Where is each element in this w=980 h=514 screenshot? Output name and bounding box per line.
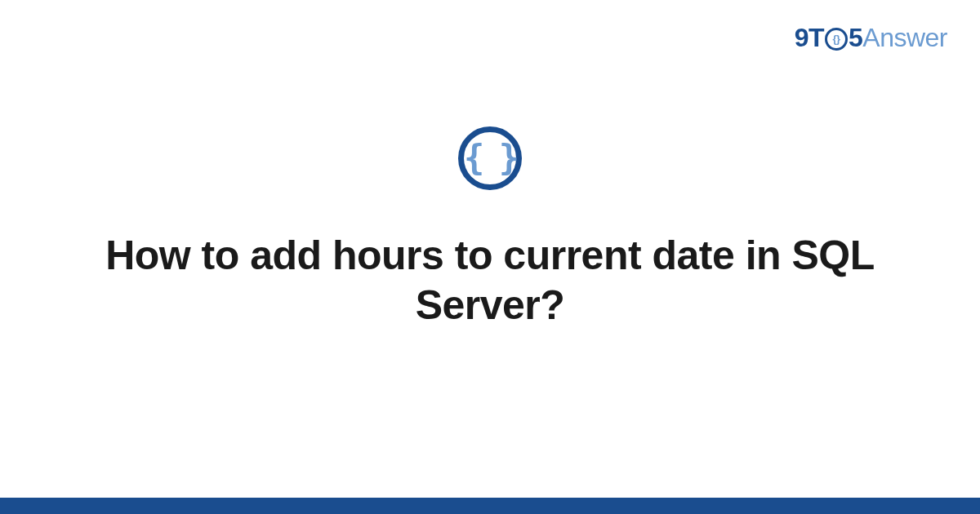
- footer-accent-bar: [0, 498, 980, 514]
- main-content: { } How to add hours to current date in …: [0, 0, 980, 514]
- code-braces-icon: { }: [464, 141, 516, 175]
- category-badge-icon: { }: [458, 126, 522, 190]
- question-title: How to add hours to current date in SQL …: [98, 231, 882, 330]
